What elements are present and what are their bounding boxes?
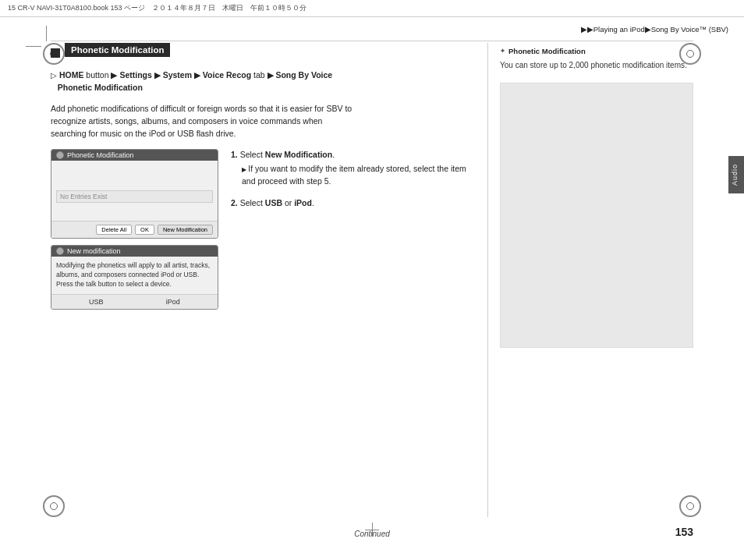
path-line: ▷ HOME button ▶ Settings ▶ System ▶ Voic… — [51, 69, 472, 94]
screen1-empty-text: No Entries Exist — [60, 193, 107, 200]
crosshair-tl-h — [26, 46, 41, 47]
step1-sub: If you want to modify the item already s… — [231, 163, 472, 188]
step1-arrow — [242, 164, 248, 173]
screen2-title-bar: New modification — [51, 246, 218, 257]
left-column: Phonetic Modification ▷ HOME button ▶ Se… — [51, 43, 487, 517]
path-icon: ▷ — [51, 71, 57, 80]
path-home: HOME button ▶ Settings ▶ System ▶ Voice … — [51, 70, 332, 92]
corner-bl-wrap — [19, 509, 51, 541]
top-bar: 15 CR-V NAVI-31T0A8100.book 153 ページ ２０１４… — [0, 0, 744, 17]
screen1-empty-row: No Entries Exist — [56, 190, 213, 203]
page-number: 153 — [675, 526, 693, 538]
step2-text: Select USB or iPod. — [240, 198, 314, 207]
step1: 1. Select New Modification. If you want … — [231, 149, 472, 187]
screen1-btn-delete[interactable]: Delete All — [96, 225, 132, 235]
step1-number: 1. — [231, 150, 238, 159]
steps-column: 1. Select New Modification. If you want … — [231, 149, 472, 316]
corner-tr-wrap — [693, 19, 725, 51]
top-bar-text: 15 CR-V NAVI-31T0A8100.book 153 ページ ２０１４… — [8, 3, 306, 13]
screen1: Phonetic Modification No Entries Exist D… — [51, 149, 218, 239]
main-content: Phonetic Modification ▷ HOME button ▶ Se… — [51, 43, 693, 517]
screens-and-steps: Phonetic Modification No Entries Exist D… — [51, 149, 472, 316]
screen2-body: Modifying the phonetics will apply to al… — [51, 257, 218, 294]
description: Add phonetic modifications of difficult … — [51, 102, 355, 140]
screen2-footer: USB iPod — [51, 294, 218, 309]
step1-main: 1. Select New Modification. — [231, 149, 472, 161]
screen1-empty-space — [56, 167, 213, 190]
audio-tab: Audio — [728, 156, 744, 193]
screen1-title: Phonetic Modification — [67, 151, 134, 159]
screen2-btn-usb[interactable]: USB — [89, 298, 104, 306]
step1-sub-text: If you want to modify the item already s… — [242, 164, 466, 186]
right-col-text: You can store up to 2,000 phonetic modif… — [500, 59, 693, 71]
step2: 2. Select USB or iPod. — [231, 197, 472, 210]
section-heading-row: Phonetic Modification — [51, 43, 472, 63]
screen2-title: New modification — [67, 247, 121, 255]
screen2-btn-ipod[interactable]: iPod — [166, 298, 180, 306]
step1-text: Select New Modification. — [240, 150, 335, 159]
crosshair-tl-v — [46, 26, 47, 41]
right-col-title: Phonetic Modification — [500, 47, 693, 55]
screen1-body: No Entries Exist — [51, 161, 218, 221]
bottom-continued: Continued — [354, 530, 390, 538]
continued-text: Continued — [354, 530, 390, 538]
screen2: New modification Modifying the phonetics… — [51, 245, 218, 310]
corner-tl-wrap — [19, 19, 51, 51]
screen1-space2 — [56, 205, 213, 221]
screen1-btn-new[interactable]: New Modification — [158, 225, 213, 235]
top-divider — [51, 41, 693, 41]
screens-column: Phonetic Modification No Entries Exist D… — [51, 149, 218, 316]
screen1-footer: Delete All OK New Modification — [51, 221, 218, 238]
section-heading: Phonetic Modification — [65, 43, 170, 57]
screen1-btn-ok[interactable]: OK — [135, 225, 154, 235]
right-column: Phonetic Modification You can store up t… — [487, 43, 693, 517]
heading-icon — [51, 48, 60, 58]
right-col-gray-area — [500, 83, 693, 348]
screen1-title-bar: Phonetic Modification — [51, 150, 218, 161]
right-col-title-text: Phonetic Modification — [508, 47, 586, 55]
step2-number: 2. — [231, 198, 238, 207]
corner-br-wrap — [693, 509, 725, 541]
